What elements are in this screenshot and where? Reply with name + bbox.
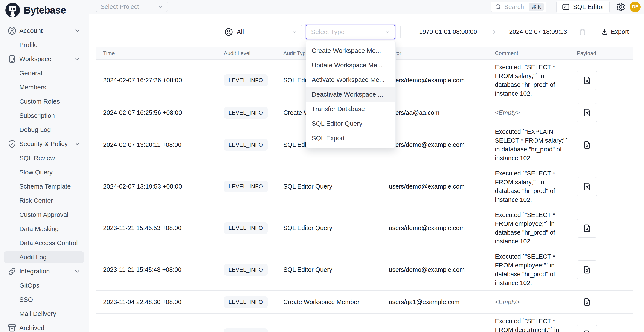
arrow-right-icon (489, 28, 497, 36)
download-icon (601, 28, 608, 35)
sidebar-item-archived[interactable]: Archived (0, 321, 89, 332)
topbar: Select Project Search ⌘ K SQL Editor DE (89, 0, 644, 14)
user-circle-icon (7, 26, 17, 35)
terminal-icon (562, 3, 570, 11)
type-option-deactivate-workspace[interactable]: Deactivate Workspace ... (306, 87, 396, 102)
comment-cell: Executed `"SELECT * FROM department;"` i… (495, 317, 572, 332)
sidebar-item-security-policy[interactable]: Security & Policy (0, 137, 89, 151)
col-header-time: Time (96, 50, 224, 56)
sidebar-item-sso[interactable]: SSO (0, 293, 89, 307)
avatar[interactable]: DE (630, 1, 640, 12)
sidebar-item-debug-log[interactable]: Debug Log (0, 123, 89, 137)
payload-button[interactable] (577, 103, 598, 122)
sidebar: Bytebase AccountProfileWorkspaceGeneralM… (0, 0, 89, 332)
type-option-sql-editor-query[interactable]: SQL Editor Query (306, 116, 396, 131)
audit-level-badge: LEVEL_INFO (224, 107, 268, 119)
bytebase-logo[interactable]: Bytebase (5, 2, 66, 18)
sidebar-item-audit-log[interactable]: Audit Log (0, 250, 89, 264)
sidebar-item-label: Subscription (19, 112, 55, 119)
sidebar-item-data-access-control[interactable]: Data Access Control (0, 236, 89, 250)
actor-cell: users/demo@example.com (389, 141, 495, 149)
type-option-activate-workspace-me[interactable]: Activate Workspace Me... (306, 72, 396, 87)
date-from-value[interactable]: 1970-01-01 08:00:00 (419, 28, 477, 35)
sidebar-item-schema-template[interactable]: Schema Template (0, 179, 89, 193)
sidebar-item-label: Audit Log (19, 254, 46, 261)
chevron-down-icon (291, 29, 298, 35)
actor-filter-select[interactable]: All (220, 25, 302, 39)
export-button[interactable]: Export (598, 25, 632, 39)
actor-cell: users/demo@example.com (389, 331, 495, 332)
export-label: Export (611, 28, 629, 35)
sidebar-item-data-masking[interactable]: Data Masking (0, 222, 89, 236)
file-search-icon (582, 182, 592, 191)
payload-button[interactable] (577, 219, 598, 238)
sql-editor-button[interactable]: SQL Editor (556, 1, 610, 13)
actor-filter-value: All (237, 28, 244, 36)
type-option-transfer-database[interactable]: Transfer Database (306, 102, 396, 116)
sidebar-item-workspace[interactable]: Workspace (0, 52, 89, 66)
type-option-label: SQL Editor Query (312, 120, 362, 127)
user-circle-icon (224, 27, 233, 36)
payload-button[interactable] (577, 260, 598, 279)
sidebar-item-custom-approval[interactable]: Custom Approval (0, 208, 89, 222)
type-option-label: SQL Export (312, 135, 345, 142)
payload-button[interactable] (577, 71, 598, 90)
payload-button[interactable] (577, 293, 598, 312)
sidebar-item-gitops[interactable]: GitOps (0, 278, 89, 293)
search-placeholder: Search (504, 3, 528, 10)
sidebar-item-profile[interactable]: Profile (0, 38, 89, 52)
sidebar-item-slow-query[interactable]: Slow Query (0, 165, 89, 179)
sidebar-item-label: GitOps (19, 282, 39, 289)
type-option-update-workspace-me[interactable]: Update Workspace Me... (306, 58, 396, 72)
col-header-payload: Payload (572, 50, 633, 56)
type-filter-select[interactable]: Select Type (306, 25, 395, 39)
actor-cell: users/demo@example.com (389, 266, 495, 273)
gear-icon[interactable] (616, 2, 626, 12)
audit-type-cell: Create Workspace Member (283, 299, 389, 306)
sidebar-item-label: Custom Approval (19, 211, 68, 218)
sidebar-item-label: Data Masking (19, 225, 59, 232)
audit-level-badge: LEVEL_INFO (224, 139, 268, 151)
type-option-sql-export[interactable]: SQL Export (306, 131, 396, 146)
sidebar-item-general[interactable]: General (0, 66, 89, 80)
payload-button[interactable] (577, 325, 598, 332)
date-to-value[interactable]: 2024-02-07 18:09:13 (509, 28, 567, 35)
sidebar-item-members[interactable]: Members (0, 80, 89, 94)
type-option-create-workspace-me[interactable]: Create Workspace Me... (306, 43, 396, 58)
file-search-icon (582, 330, 592, 332)
sidebar-item-label: SSO (19, 296, 33, 303)
sidebar-item-custom-roles[interactable]: Custom Roles (0, 94, 89, 109)
date-range-picker[interactable]: 1970-01-01 08:00:00 2024-02-07 18:09:13 (400, 25, 591, 39)
chevron-down-icon (384, 29, 391, 35)
sidebar-item-label: General (19, 69, 42, 77)
shield-icon (7, 139, 17, 149)
sidebar-item-mail-delivery[interactable]: Mail Delivery (0, 307, 89, 321)
col-header-audit-level: Audit Level (224, 50, 283, 56)
sidebar-item-account[interactable]: Account (0, 24, 89, 38)
actor-cell: users/aa@aa.com (389, 109, 495, 116)
time-cell: 2023-11-21 15:45:43 +08:00 (96, 266, 224, 273)
table-row: 2023-11-04 22:48:30 +08:00 LEVEL_INFO Cr… (96, 291, 633, 314)
sidebar-item-label: Archived (19, 324, 44, 332)
sidebar-item-integration[interactable]: Integration (0, 264, 89, 278)
sidebar-item-label: Security & Policy (19, 140, 68, 148)
audit-type-cell: SQL Editor Query (283, 225, 389, 232)
file-search-icon (582, 265, 592, 274)
audit-level-badge: LEVEL_INFO (224, 296, 268, 308)
sidebar-item-risk-center[interactable]: Risk Center (0, 193, 89, 208)
audit-level-badge: LEVEL_INFO (224, 264, 268, 276)
table-row: 2024-02-07 13:19:53 +08:00 LEVEL_INFO SQ… (96, 166, 633, 207)
comment-cell: Executed `"EXPLAIN SELECT * FROM salary;… (495, 127, 572, 163)
audit-type-cell: SQL Editor Query (283, 266, 389, 273)
sidebar-item-sql-review[interactable]: SQL Review (0, 151, 89, 165)
payload-button[interactable] (577, 136, 598, 155)
payload-button[interactable] (577, 177, 598, 196)
audit-level-badge: LEVEL_INFO (224, 222, 268, 234)
file-search-icon (582, 224, 592, 233)
sidebar-item-subscription[interactable]: Subscription (0, 109, 89, 123)
project-select[interactable]: Select Project (96, 2, 168, 12)
project-select-label: Select Project (100, 3, 139, 10)
actor-cell: users/demo@example.com (389, 77, 495, 84)
search-input[interactable]: Search ⌘ K (491, 1, 546, 12)
sidebar-item-label: Profile (19, 41, 38, 48)
